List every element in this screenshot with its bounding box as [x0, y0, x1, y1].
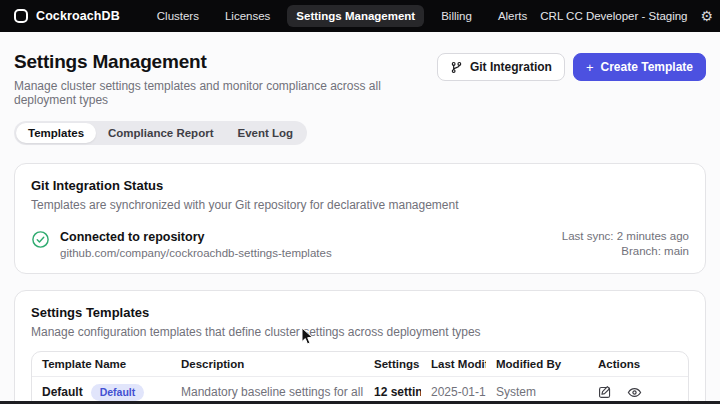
col-last-modified: Last Modified [421, 352, 486, 376]
page-subtitle: Manage cluster settings templates and mo… [14, 79, 437, 107]
table-body: Default Default Mandatory baseline setti… [32, 376, 688, 404]
templates-title: Settings Templates [31, 305, 689, 320]
create-template-button[interactable]: + Create Template [573, 53, 706, 81]
col-actions: Actions [588, 352, 688, 376]
col-template-name: Template Name [32, 352, 171, 376]
git-branch-icon [450, 61, 463, 74]
gear-icon[interactable]: ⚙ [701, 9, 714, 23]
git-integration-label: Git Integration [470, 60, 552, 74]
default-badge: Default [91, 384, 145, 401]
last-sync: Last sync: 2 minutes ago [562, 229, 689, 244]
brand-name: CockroachDB [36, 9, 120, 23]
template-description: Mandatory baseline settings for all clus… [171, 385, 364, 399]
table-header: Template Name Description Settings Last … [32, 352, 688, 376]
create-template-label: Create Template [601, 60, 693, 74]
templates-card: Settings Templates Manage configuration … [14, 290, 706, 404]
view-icon[interactable] [627, 385, 642, 400]
brand[interactable]: CockroachDB [14, 9, 120, 23]
edit-icon[interactable] [598, 385, 612, 399]
org-selector[interactable]: CRL CC Developer - Staging [540, 10, 687, 22]
page-header: Settings Management Manage cluster setti… [0, 32, 720, 107]
nav-item-settings-management[interactable]: Settings Management [287, 5, 424, 27]
nav-item-alerts[interactable]: Alerts [489, 5, 536, 27]
connection-text: Connected to repository github.com/compa… [60, 230, 332, 259]
template-name-cell: Default Default [32, 384, 171, 401]
templates-subtitle: Manage configuration templates that defi… [31, 325, 689, 339]
git-status-card: Git Integration Status Templates are syn… [14, 163, 706, 274]
repo-url: github.com/company/cockroachdb-settings-… [60, 247, 332, 259]
connection-row: Connected to repository github.com/compa… [31, 229, 689, 259]
nav-item-licenses[interactable]: Licenses [216, 5, 279, 27]
settings-count: 12 settings [364, 385, 421, 399]
connection-status: Connected to repository [60, 230, 332, 244]
branch: Branch: main [562, 244, 689, 259]
table-row: Default Default Mandatory baseline setti… [32, 376, 688, 404]
top-nav: CockroachDB Clusters Licenses Settings M… [0, 0, 720, 32]
nav-item-clusters[interactable]: Clusters [148, 5, 208, 27]
page-title: Settings Management [14, 51, 437, 73]
modified-by: System [486, 385, 588, 399]
page-header-text: Settings Management Manage cluster setti… [14, 51, 437, 107]
col-settings: Settings [364, 352, 421, 376]
cockroachdb-logo-icon [14, 9, 28, 23]
tab-compliance-report[interactable]: Compliance Report [96, 123, 225, 143]
col-description: Description [171, 352, 364, 376]
check-circle-icon [31, 230, 50, 253]
row-actions [588, 385, 688, 400]
tab-event-log[interactable]: Event Log [225, 123, 305, 143]
last-modified: 2025-01-15 [421, 385, 486, 399]
git-status-title: Git Integration Status [31, 178, 689, 193]
tab-bar: Templates Compliance Report Event Log [14, 121, 307, 145]
sync-meta: Last sync: 2 minutes ago Branch: main [562, 229, 689, 259]
connection-info: Connected to repository github.com/compa… [31, 230, 332, 259]
nav-links: Clusters Licenses Settings Management Bi… [148, 5, 537, 27]
git-status-subtitle: Templates are synchronized with your Git… [31, 198, 689, 212]
header-actions: Git Integration + Create Template [437, 51, 706, 107]
template-name: Default [42, 385, 83, 399]
tab-templates[interactable]: Templates [16, 123, 96, 143]
git-integration-button[interactable]: Git Integration [437, 53, 565, 81]
col-modified-by: Modified By [486, 352, 588, 376]
templates-table: Template Name Description Settings Last … [31, 351, 689, 404]
plus-icon: + [586, 61, 594, 74]
nav-right: CRL CC Developer - Staging ⚙ ? U [540, 6, 720, 26]
nav-item-billing[interactable]: Billing [432, 5, 481, 27]
